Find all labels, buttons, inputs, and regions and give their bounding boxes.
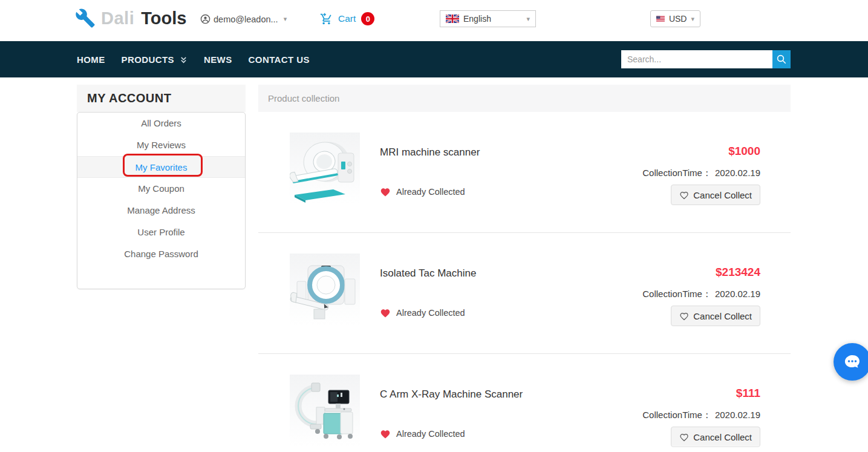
wrench-icon [75,8,96,28]
sidebar-item-change-password[interactable]: Change Password [77,243,245,265]
cart-label: Cart [338,13,356,24]
nav-label: HOME [77,54,105,65]
sidebar-menu: All Orders My Reviews My Favorites My Co… [77,112,246,289]
cart-count-badge: 0 [361,12,374,25]
collected-label: Already Collected [396,187,465,197]
top-header: Dali Tools demo@leadon... ▾ Cart 0 Engli… [0,0,868,41]
cart-icon [320,13,333,25]
user-icon [200,14,210,24]
double-chevron-down-icon [180,56,188,64]
product-image-mri[interactable] [290,133,360,204]
sidebar-item-my-coupon[interactable]: My Coupon [77,178,245,200]
us-flag-icon [656,15,665,23]
search-bar [621,50,791,68]
uk-flag-icon [446,15,459,23]
search-input[interactable] [621,50,772,68]
collection-time: CollectionTime：2020.02.19 [642,168,760,179]
sidebar-title: MY ACCOUNT [77,85,246,112]
nav-items: HOME PRODUCTS NEWS CONTACT US [77,41,326,77]
collected-label: Already Collected [396,429,465,439]
nav-label: CONTACT US [249,54,310,65]
sidebar-item-my-favorites[interactable]: My Favorites [77,156,245,178]
search-icon [776,54,787,65]
cart-button[interactable]: Cart 0 [320,12,374,25]
heart-outline-icon [679,191,689,200]
collected-label: Already Collected [396,308,465,318]
product-name[interactable]: MRI machine scanner [380,146,480,159]
nav-item-contact-us[interactable]: CONTACT US [249,54,310,65]
nav-item-home[interactable]: HOME [77,54,105,65]
nav-item-products[interactable]: PRODUCTS [122,54,188,65]
site-logo[interactable]: Dali Tools [75,8,186,28]
heart-outline-icon [679,433,689,442]
logo-text-tools: Tools [141,8,186,28]
search-button[interactable] [772,50,791,68]
product-price: $213424 [716,266,760,279]
product-image-tac[interactable] [290,254,360,325]
sidebar-item-user-profile[interactable]: User Profile [77,221,245,243]
collected-status: Already Collected [380,187,465,197]
product-price: $1000 [728,145,760,158]
main-navbar: HOME PRODUCTS NEWS CONTACT US [0,41,868,77]
currency-select[interactable]: USD ▾ [650,10,700,27]
collection-time-value: 2020.02.19 [715,168,760,178]
account-email: demo@leadon... [214,15,278,24]
product-name[interactable]: Isolated Tac Machine [380,267,476,280]
language-select[interactable]: English ▾ [440,10,536,27]
favorite-product-row: Isolated Tac Machine Already Collected $… [258,233,791,354]
collection-time: CollectionTime：2020.02.19 [642,410,760,421]
sidebar-item-manage-address[interactable]: Manage Address [77,200,245,221]
product-image-c-arm[interactable] [290,375,360,446]
favorite-product-row: MRI machine scanner Already Collected $1… [258,112,791,233]
chat-bubble-icon [843,352,862,372]
currency-value: USD [669,14,687,24]
collection-time-label: CollectionTime： [642,289,711,299]
cancel-collect-button[interactable]: Cancel Collect [671,427,760,447]
chat-widget-button[interactable] [834,343,868,381]
collection-time-label: CollectionTime： [642,410,711,420]
cancel-collect-label: Cancel Collect [693,432,752,442]
page-title: Product collection [258,85,791,112]
sidebar-item-all-orders[interactable]: All Orders [77,113,245,134]
collection-time-value: 2020.02.19 [715,410,760,420]
heart-filled-icon [380,429,391,439]
account-sidebar: MY ACCOUNT All Orders My Reviews My Favo… [77,85,246,289]
collected-status: Already Collected [380,308,465,318]
heart-filled-icon [380,187,391,197]
nav-label: PRODUCTS [122,54,174,65]
logo-text-dali: Dali [101,8,134,28]
nav-label: NEWS [204,54,232,65]
cancel-collect-label: Cancel Collect [693,190,752,200]
heart-outline-icon [679,312,689,321]
language-value: English [463,14,491,24]
sidebar-item-my-reviews[interactable]: My Reviews [77,134,245,156]
cancel-collect-button[interactable]: Cancel Collect [671,185,760,205]
nav-item-news[interactable]: NEWS [204,54,232,65]
caret-down-icon: ▾ [691,15,694,23]
product-price: $111 [736,387,760,400]
main-content: Product collection [258,85,791,452]
caret-down-icon: ▾ [284,15,287,23]
collection-time-label: CollectionTime： [642,168,711,178]
caret-down-icon: ▾ [526,15,530,23]
collection-time-value: 2020.02.19 [715,289,760,299]
account-menu[interactable]: demo@leadon... ▾ [200,14,287,24]
collected-status: Already Collected [380,429,465,439]
product-name[interactable]: C Arm X-Ray Machine Scanner [380,388,523,401]
heart-filled-icon [380,308,391,318]
collection-time: CollectionTime：2020.02.19 [642,289,760,300]
cancel-collect-button[interactable]: Cancel Collect [671,306,760,326]
favorite-product-row: C Arm X-Ray Machine Scanner Already Coll… [258,354,791,452]
cancel-collect-label: Cancel Collect [693,311,752,321]
